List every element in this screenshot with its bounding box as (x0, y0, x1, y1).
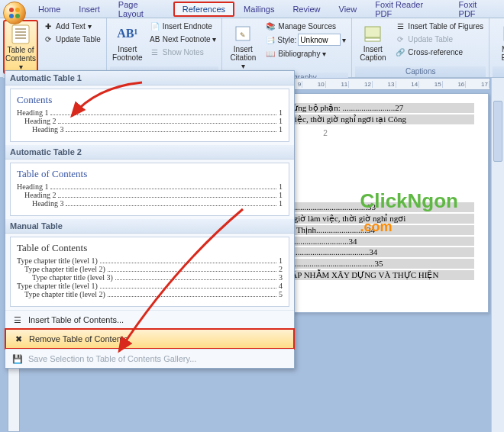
tab-view[interactable]: View (330, 2, 367, 17)
office-button[interactable] (3, 2, 26, 24)
next-footnote-button[interactable]: ABNext Footnote ▾ (147, 33, 219, 45)
save-toc-gallery-menuitem: 💾Save Selection to Table of Contents Gal… (5, 349, 294, 368)
toc-preview-card[interactable]: ContentsHeading 11Heading 21Heading 31 (10, 89, 289, 142)
update-tof-icon: ⟳ (395, 34, 405, 44)
tab-references[interactable]: References (173, 2, 234, 17)
svg-rect-12 (365, 38, 380, 41)
insert-caption-button[interactable]: InsertCaption (355, 20, 390, 64)
toc-section-auto1: Automatic Table 1 (5, 71, 294, 85)
group-captions: InsertCaption ☰Insert Table of Figures ⟳… (352, 18, 489, 77)
remove-toc-menuitem-icon: ✖ (12, 333, 24, 345)
insert-citation-button[interactable]: ✎ InsertCitation ▾ (225, 20, 260, 73)
group-citations: ✎ InsertCitation ▾ 📚Manage Sources 📑Styl… (222, 18, 352, 77)
citation-style-select[interactable]: 📑Style:▾ (263, 33, 348, 47)
citation-icon: ✎ (231, 22, 254, 45)
tof-icon: ☰ (395, 21, 405, 31)
vertical-scrollbar[interactable] (491, 78, 504, 432)
svg-point-1 (15, 8, 20, 12)
add-text-button[interactable]: ✚Add Text ▾ (40, 20, 103, 32)
toc-section-manual: Manual Table (5, 219, 294, 234)
show-notes-button[interactable]: ☰Show Notes (147, 46, 219, 58)
show-notes-icon: ☰ (150, 47, 160, 57)
svg-text:✎: ✎ (240, 31, 246, 39)
toc-section-auto2: Automatic Table 2 (5, 145, 294, 160)
insert-toc-menuitem[interactable]: ☰Insert Table of Contents... (5, 310, 294, 329)
update-tof-button[interactable]: ⟳Update Table (393, 33, 486, 45)
style-input[interactable] (298, 34, 341, 46)
toc-gallery-dropdown: Automatic Table 1ContentsHeading 11Headi… (5, 70, 295, 369)
bibliography-button[interactable]: 📖Bibliography ▾ (263, 47, 348, 60)
add-text-icon: ✚ (43, 21, 53, 31)
ribbon-tabs: HomeInsertPage LayoutReferencesMailingsR… (0, 0, 504, 18)
update-icon: ⟳ (43, 34, 53, 44)
insert-citation-label: InsertCitation ▾ (228, 45, 258, 70)
svg-point-2 (9, 14, 14, 18)
office-logo-icon (8, 6, 21, 20)
crossref-icon: 🔗 (395, 47, 405, 57)
mark-entry-icon (499, 22, 504, 45)
manage-sources-button[interactable]: 📚Manage Sources (263, 20, 348, 32)
style-icon: 📑 (265, 34, 276, 45)
scrollbar-thumb[interactable] (493, 101, 502, 162)
next-footnote-icon: AB (150, 34, 160, 44)
svg-rect-11 (365, 27, 380, 37)
group-label-captions: Captions (355, 66, 486, 77)
caption-icon (361, 22, 384, 45)
svg-rect-4 (12, 25, 29, 44)
group-index: MarkEntry (489, 18, 504, 77)
tab-mailings[interactable]: Mailings (234, 2, 283, 17)
toc-button-label: Table ofContents ▾ (5, 46, 36, 71)
mark-entry-button[interactable]: MarkEntry (493, 20, 504, 64)
bibliography-icon: 📖 (265, 48, 276, 59)
svg-point-0 (9, 8, 14, 12)
tab-insert[interactable]: Insert (69, 2, 109, 17)
remove-toc-menuitem[interactable]: ✖Remove Table of Contents (5, 328, 295, 350)
svg-point-3 (15, 14, 20, 18)
tab-home[interactable]: Home (29, 2, 69, 17)
footnote-icon: AB¹ (116, 22, 139, 45)
toc-preview-card[interactable]: Table of ContentsHeading 11Heading 21Hea… (10, 163, 289, 216)
group-footnotes: AB¹ InsertFootnote 📄Insert Endnote ABNex… (107, 18, 223, 77)
toc-preview-card[interactable]: Table of ContentsType chapter title (lev… (10, 237, 289, 307)
ribbon: Table ofContents ▾ ✚Add Text ▾ ⟳Update T… (0, 18, 504, 78)
group-toc: Table ofContents ▾ ✚Add Text ▾ ⟳Update T… (0, 18, 107, 77)
tab-review[interactable]: Review (283, 2, 329, 17)
table-of-contents-button[interactable]: Table ofContents ▾ (3, 20, 38, 74)
mark-entry-label: MarkEntry (501, 45, 504, 62)
insert-endnote-button[interactable]: 📄Insert Endnote (147, 20, 219, 32)
insert-toc-menuitem-icon: ☰ (11, 314, 24, 326)
endnote-icon: 📄 (150, 21, 160, 31)
insert-caption-label: InsertCaption (360, 45, 386, 62)
insert-footnote-label: InsertFootnote (112, 45, 142, 62)
cross-reference-button[interactable]: 🔗Cross-reference (393, 46, 486, 58)
save-toc-gallery-menuitem-icon: 💾 (11, 353, 24, 365)
manage-sources-icon: 📚 (265, 21, 276, 31)
insert-tof-button[interactable]: ☰Insert Table of Figures (393, 20, 486, 32)
toc-icon (9, 23, 32, 46)
update-table-button[interactable]: ⟳Update Table (40, 33, 103, 45)
insert-footnote-button[interactable]: AB¹ InsertFootnote (110, 20, 145, 64)
